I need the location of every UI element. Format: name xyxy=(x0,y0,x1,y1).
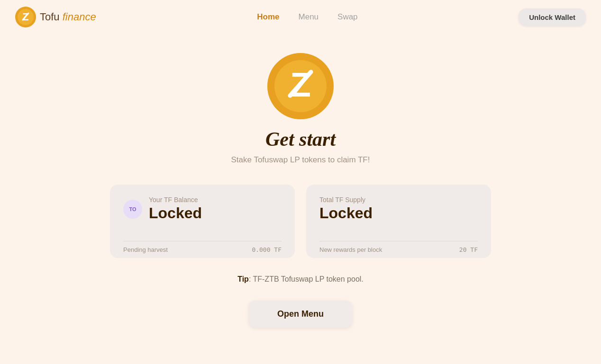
token-avatar-1: TO xyxy=(123,200,142,219)
nav-menu[interactable]: Menu xyxy=(299,12,319,22)
stats-cards: TO Your TF Balance Locked Pending harves… xyxy=(110,185,491,258)
footer-value-1: 0.000 TF xyxy=(252,246,282,253)
logo-text: Tofu finance xyxy=(40,11,96,23)
footer-label-1: Pending harvest xyxy=(123,246,168,253)
main-content: Z Get start Stake Tofuswap LP tokens to … xyxy=(0,34,601,328)
main-nav: Home Menu Swap xyxy=(257,12,357,22)
logo: Z Tofu finance xyxy=(15,7,96,27)
tip-section: Tip: TF-ZTB Tofuswap LP token pool. xyxy=(237,275,364,284)
card-value-1: Locked xyxy=(149,204,202,222)
footer-label-2: New rewards per block xyxy=(319,246,382,253)
card-value-2: Locked xyxy=(319,204,373,222)
tofu-logo-icon: Z xyxy=(15,7,36,27)
tip-label: Tip xyxy=(237,275,249,283)
nav-home[interactable]: Home xyxy=(257,12,279,22)
card-info-2: Total TF Supply Locked xyxy=(319,196,373,222)
tf-supply-card: Total TF Supply Locked New rewards per b… xyxy=(306,185,491,258)
unlock-wallet-button[interactable]: Unlock Wallet xyxy=(519,9,586,26)
card-footer-2: New rewards per block 20 TF xyxy=(319,241,478,258)
card-header-1: TO Your TF Balance Locked xyxy=(123,196,282,222)
hero-subtitle: Stake Tofuswap LP tokens to claim TF! xyxy=(231,155,370,165)
app-header: Z Tofu finance Home Menu Swap Unlock Wal… xyxy=(0,0,601,34)
card-info-1: Your TF Balance Locked xyxy=(149,196,202,222)
tip-content: : TF-ZTB Tofuswap LP token pool. xyxy=(249,275,364,283)
card-label-2: Total TF Supply xyxy=(319,196,373,204)
card-header-2: Total TF Supply Locked xyxy=(319,196,478,222)
open-menu-button[interactable]: Open Menu xyxy=(249,301,352,328)
card-footer-1: Pending harvest 0.000 TF xyxy=(123,241,282,258)
nav-swap[interactable]: Swap xyxy=(337,12,358,22)
hero-title: Get start xyxy=(265,128,336,151)
hero-logo-icon: Z xyxy=(267,53,334,119)
card-label-1: Your TF Balance xyxy=(149,196,202,204)
tf-balance-card: TO Your TF Balance Locked Pending harves… xyxy=(110,185,295,258)
footer-value-2: 20 TF xyxy=(459,246,478,253)
